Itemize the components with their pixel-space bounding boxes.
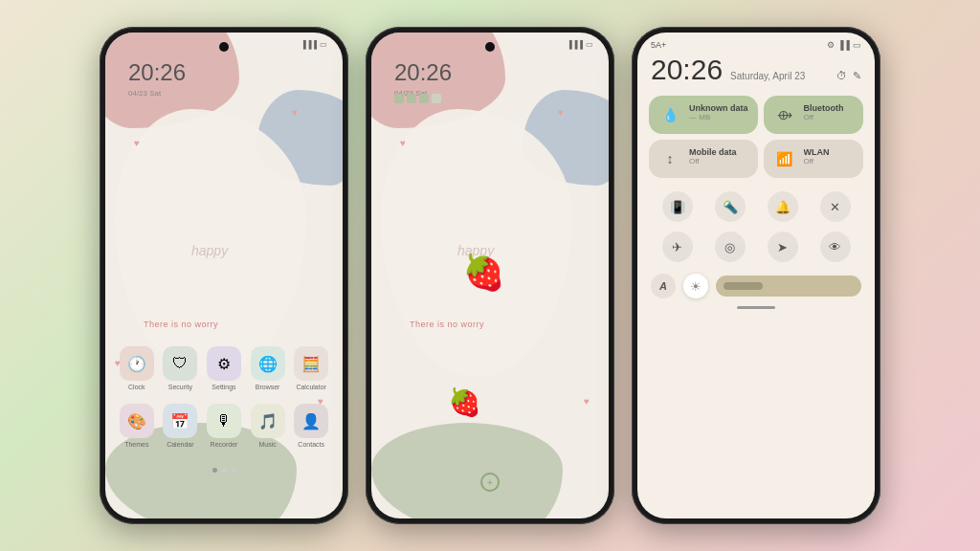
timer-icon[interactable]: ⏱ [836, 70, 847, 81]
ctrl-date: Saturday, April 23 [730, 71, 805, 81]
app-calendar[interactable]: 📅 Calendar [163, 404, 197, 448]
bottom-circle: + [480, 473, 500, 492]
phone-1: ▐▐▐ ▭ 20:26 04/23 Sat ♥ ♥ ♥ ♥ happy Ther… [100, 27, 348, 524]
control-center: 5A+ ⚙ ▐▐ ▭ 20:26 Saturday, April 23 ⏱ ✎ [637, 33, 875, 518]
strawberry-large: 🍓 [462, 253, 505, 293]
heart-deco-2: ♥ [134, 138, 140, 148]
toggle-mobile-data[interactable]: ↕ Mobile data Off [649, 140, 758, 178]
bottom-bar [737, 306, 775, 309]
toggle-wlan[interactable]: 📶 WLAN Off [764, 140, 863, 178]
edit-icon[interactable]: ✎ [853, 70, 861, 82]
unknown-data-icon: 💧 [658, 103, 681, 126]
app-label-security: Security [168, 384, 192, 390]
toggle-sub-mobile: Off [689, 157, 748, 165]
app-label-recorder: Recorder [211, 441, 238, 448]
battery-icon-2: ▭ [586, 40, 593, 49]
sun-icon: ☀ [690, 279, 702, 294]
app-label-themes: Themes [124, 441, 148, 448]
app-recorder[interactable]: 🎙 Recorder [207, 404, 241, 448]
toggle-info-bt: Bluetooth Off [804, 103, 854, 121]
app-label-calculator: Calculator [296, 384, 326, 390]
signal-icon-p3: ▐▐ [837, 40, 850, 50]
heart-deco-1: ♥ [292, 107, 298, 118]
flashlight-btn[interactable]: 🔦 [715, 191, 746, 222]
bat-2 [407, 94, 416, 103]
auto-brightness-btn[interactable]: A [651, 274, 676, 298]
app-clock[interactable]: 🕐 Clock [120, 346, 154, 390]
app-grid-1: 🕐 Clock 🛡 Security ⚙ Settings 🌐 Browser [115, 346, 333, 461]
battery-row [394, 94, 441, 103]
app-row-2: 🎨 Themes 📅 Calendar 🎙 Recorder 🎵 Music [115, 404, 333, 448]
battery-icons-2: ▐▐▐ ▭ [567, 40, 593, 49]
phone-1-screen: ▐▐▐ ▭ 20:26 04/23 Sat ♥ ♥ ♥ ♥ happy Ther… [105, 33, 343, 518]
app-icon-clock: 🕐 [120, 346, 154, 381]
phone-2-screen: ▐▐▐ ▭ 20:26 04/23 Sat ♥ ♥ ♥ happy There … [371, 33, 609, 518]
app-label-calendar: Calendar [167, 441, 193, 448]
auto-label: A [659, 280, 667, 292]
camera-hole [219, 42, 229, 52]
toggle-sub-wlan: Off [804, 157, 854, 165]
close-btn[interactable]: ✕ [820, 191, 851, 222]
phone-3-screen: 5A+ ⚙ ▐▐ ▭ 20:26 Saturday, April 23 ⏱ ✎ [637, 33, 875, 518]
app-label-music: Music [258, 441, 276, 448]
happy-text-1: happy [191, 243, 228, 258]
app-settings[interactable]: ⚙ Settings [207, 346, 241, 390]
mobile-data-icon: ↕ [658, 147, 681, 170]
toggle-unknown-data[interactable]: 💧 Unknown data — MB [649, 96, 758, 134]
phone-1-wallpaper: ▐▐▐ ▭ 20:26 04/23 Sat ♥ ♥ ♥ ♥ happy Ther… [105, 33, 343, 518]
dot-2 [222, 468, 227, 473]
bat-4 [432, 94, 441, 103]
app-browser[interactable]: 🌐 Browser [251, 346, 285, 390]
app-icon-browser: 🌐 [251, 346, 285, 381]
heart-deco-p2-1: ♥ [558, 107, 564, 118]
toggle-title-mobile: Mobile data [689, 147, 748, 157]
toggle-title-bt: Bluetooth [804, 103, 854, 113]
ctrl-status-left: 5A+ [651, 40, 666, 50]
toggle-title-unknown: Unknown data [689, 103, 748, 113]
dot-1 [212, 468, 217, 473]
brightness-fill [724, 282, 763, 290]
ctrl-time: 20:26 [651, 54, 723, 86]
bat-1 [394, 94, 404, 103]
app-calculator[interactable]: 🧮 Calculator [294, 346, 328, 390]
battery-icon-p3: ▭ [853, 40, 861, 50]
page-dots [105, 468, 343, 473]
app-icon-music: 🎵 [251, 404, 285, 438]
app-security[interactable]: 🛡 Security [163, 346, 197, 390]
ctrl-date-icons: ⏱ ✎ [836, 70, 861, 82]
app-label-clock: Clock [128, 384, 145, 390]
airplane-btn[interactable]: ✈ [662, 231, 693, 262]
strawberry-small: 🍓 [448, 386, 481, 418]
bluetooth-icon: ⟴ [773, 103, 796, 126]
battery-icons: ▐▐▐ ▭ [301, 40, 327, 49]
gear-icon-p3: ⚙ [827, 40, 835, 50]
wlan-icon: 📶 [773, 147, 796, 170]
phone-2-wallpaper: ▐▐▐ ▭ 20:26 04/23 Sat ♥ ♥ ♥ happy There … [371, 33, 609, 518]
focus-btn[interactable]: ◎ [715, 231, 746, 262]
app-icon-settings: ⚙ [207, 346, 241, 381]
vibrate-btn[interactable]: 📳 [662, 191, 693, 222]
app-contacts[interactable]: 👤 Contacts [294, 404, 328, 448]
location-btn[interactable]: ➤ [768, 231, 798, 262]
toggle-sub-unknown: — MB [689, 113, 748, 121]
brightness-sun-icon: ☀ [683, 274, 708, 298]
phone-3: 5A+ ⚙ ▐▐ ▭ 20:26 Saturday, April 23 ⏱ ✎ [632, 27, 880, 524]
phone-2-time: 20:26 [394, 61, 452, 84]
ctrl-status-icons: ⚙ ▐▐ ▭ [827, 40, 861, 50]
camera-hole-2 [485, 42, 495, 52]
battery-icon: ▭ [320, 40, 327, 49]
toggle-title-wlan: WLAN [804, 147, 854, 157]
eye-btn[interactable]: 👁 [820, 231, 851, 262]
toggle-info-wlan: WLAN Off [804, 147, 854, 165]
heart-deco-p2-2: ♥ [400, 138, 406, 148]
brightness-slider[interactable] [716, 276, 861, 297]
phone-1-time: 20:26 [128, 61, 186, 84]
app-icon-security: 🛡 [163, 346, 197, 381]
app-music[interactable]: 🎵 Music [251, 404, 285, 448]
toggle-bluetooth[interactable]: ⟴ Bluetooth Off [764, 96, 863, 134]
app-row-1: 🕐 Clock 🛡 Security ⚙ Settings 🌐 Browser [115, 346, 333, 390]
bell-btn[interactable]: 🔔 [768, 191, 798, 222]
app-icon-recorder: 🎙 [207, 404, 241, 438]
brightness-row: A ☀ [637, 270, 875, 302]
app-themes[interactable]: 🎨 Themes [120, 404, 154, 448]
